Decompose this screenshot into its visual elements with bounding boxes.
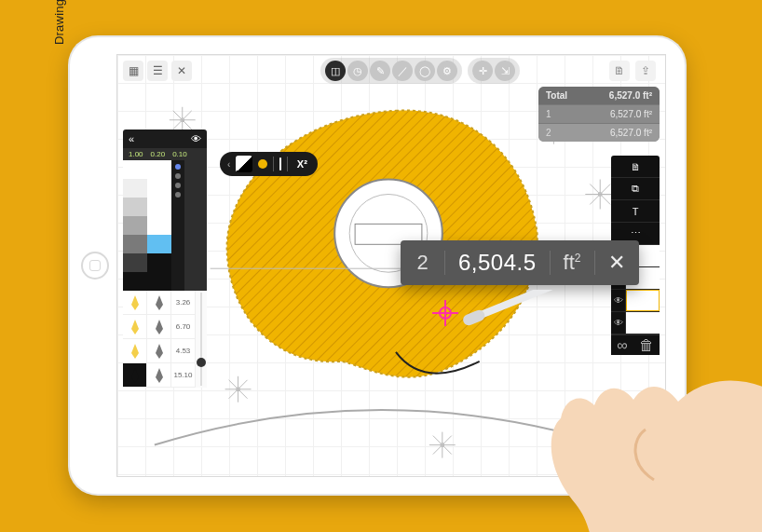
apps-grid-icon[interactable]: ▦ [123,61,143,81]
duplicate-layer-icon[interactable]: ⧉ [611,178,660,200]
expand-tool[interactable]: ⇲ [495,61,515,81]
color-swatch[interactable] [147,179,171,198]
measurement-row[interactable]: 16,527.0 ft² [538,104,660,123]
pen-nib-4[interactable] [147,363,171,388]
ruler-dot[interactable] [175,164,181,170]
ruler-dot[interactable] [175,192,181,198]
pen-nib-4[interactable]: 15.10 [171,363,196,388]
hatch-tool[interactable]: ◫ [325,61,346,81]
visibility-eye-icon[interactable]: 👁 [611,290,626,311]
guide-value: 1.00 [129,150,143,158]
measurement-value: 6,527.0 ft² [610,128,652,138]
ruler-dot[interactable] [175,173,181,179]
area-readout: 2 6,504.5 ft2 ✕ [401,240,639,285]
measurement-row[interactable]: 26,527.0 ft² [538,123,660,142]
gear-tool[interactable]: ⚙ [437,61,457,81]
layer-row[interactable]: 👁 [611,312,660,334]
new-layer-icon[interactable]: 🗎 [611,156,660,178]
readout-index: 2 [401,251,445,275]
home-button[interactable] [81,252,109,280]
link-icon[interactable]: ∞ [617,337,627,354]
area-mode-icon[interactable]: X² [293,156,310,172]
text-layer-icon[interactable]: T [611,200,660,223]
compass-tool[interactable]: ✎ [370,61,390,81]
pen-nib-2[interactable] [147,315,171,339]
gray-swatch[interactable] [123,272,147,291]
visibility-eye-icon[interactable]: 👁 [611,312,626,334]
pen-nib-3[interactable]: 4.53 [171,339,196,363]
shape-tool[interactable]: ◯ [415,61,435,81]
measurements-total-value: 6,527.0 ft² [609,90,652,101]
layer-thumbnail[interactable] [626,312,660,334]
document-icon[interactable]: 🗎 [609,61,630,81]
pen-nib-4[interactable] [123,363,147,388]
gray-swatch[interactable] [123,216,147,235]
palette-visibility-eye-icon[interactable]: 👁 [191,133,201,144]
color-swatch[interactable] [147,216,171,235]
trash-icon[interactable]: 🗑 [639,337,654,354]
color-swatch[interactable] [147,160,171,179]
pill-collapse-chevron-icon[interactable]: ‹ [227,159,230,170]
layer-thumbnail[interactable] [626,290,660,311]
layer-row[interactable]: 👁 [611,290,660,312]
credit-label: Drawing by SO-IL [52,0,66,45]
guide-value: 0.10 [172,150,187,158]
line-tool[interactable]: ／ [392,61,413,81]
share-icon[interactable]: ⇪ [635,61,656,81]
gray-swatch[interactable] [123,253,147,272]
gray-swatch[interactable] [123,198,147,216]
fill-bucket-icon[interactable] [236,156,252,172]
color-swatch[interactable] [147,198,171,216]
readout-value: 6,504.5 [445,250,550,276]
brush-palette[interactable]: « 👁 1.000.200.10 3.266.704.5315.10 [123,130,207,388]
pen-nib-3[interactable] [147,339,171,363]
pen-nib-1[interactable] [147,291,171,315]
measurements-total-label: Total [546,90,567,101]
gray-swatch[interactable] [123,235,147,253]
stroke-icon[interactable] [279,157,281,171]
gray-swatch[interactable] [123,160,147,179]
settings-icon[interactable]: ✕ [171,61,192,81]
measure-crosshair-icon[interactable] [434,302,456,324]
target-tool[interactable]: ✛ [472,61,493,81]
measurement-idx: 1 [546,109,559,119]
pen-nib-2[interactable]: 6.70 [171,315,196,339]
measurements-panel[interactable]: Total 6,527.0 ft² 16,527.0 ft²26,527.0 f… [538,87,660,142]
measurement-value: 6,527.0 ft² [610,109,652,119]
pen-nib-2[interactable] [123,315,147,339]
palette-collapse-chevron-icon[interactable]: « [129,133,129,144]
pen-nib-1[interactable] [123,291,147,315]
guide-value: 0.20 [151,150,166,158]
clock-tool[interactable]: ◷ [347,61,368,81]
fill-mode-pill[interactable]: ‹ X² [220,152,318,176]
readout-unit: ft2 [550,251,594,275]
fill-color-swatch[interactable] [258,159,267,169]
top-toolbar: ▦☰✕ ◫◷✎／◯⚙ ✛⇲ 🗎⇪ [123,59,660,83]
ruler-dot[interactable] [175,183,181,188]
color-swatch[interactable] [147,253,171,272]
color-swatch[interactable] [147,272,171,291]
gray-swatch[interactable] [123,179,147,198]
pen-nib-3[interactable] [123,339,147,363]
measurement-idx: 2 [546,128,559,138]
brush-size-slider[interactable] [196,291,207,388]
projects-icon[interactable]: ☰ [147,61,168,81]
color-swatch[interactable] [147,235,171,253]
readout-close-button[interactable]: ✕ [594,251,639,275]
pen-nib-1[interactable]: 3.26 [171,291,196,315]
